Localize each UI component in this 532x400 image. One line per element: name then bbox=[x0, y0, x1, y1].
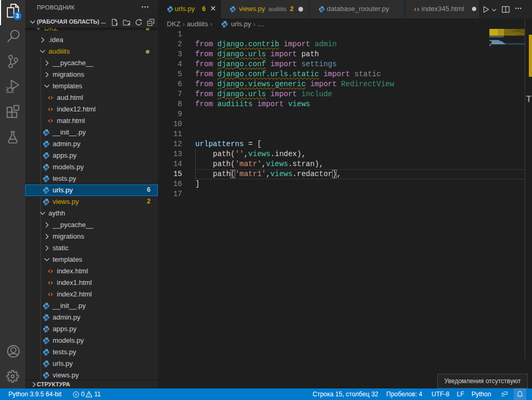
svg-text:3: 3 bbox=[16, 13, 19, 19]
